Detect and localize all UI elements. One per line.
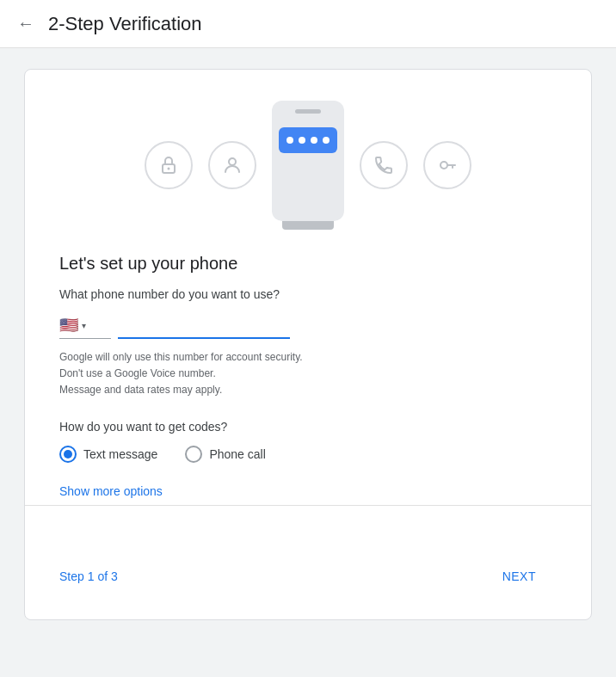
flag-emoji: 🇺🇸 [59,316,78,335]
hint-line-3: Message and data rates may apply. [59,382,557,398]
phone-question: What phone number do you want to use? [59,287,557,301]
back-icon: ← [17,14,34,34]
lock-icon [145,141,193,189]
back-button[interactable]: ← [17,14,34,34]
radio-text-message-label: Text message [83,447,157,461]
person-icon [208,141,256,189]
dot-4 [323,137,330,144]
codes-question: How do you want to get codes? [59,420,557,434]
step-separator: of [97,569,111,583]
phone-base [282,221,334,230]
step-current-number: 1 [88,569,95,583]
hint-text: Google will only use this number for acc… [59,349,557,399]
next-button[interactable]: NEXT [482,561,557,592]
radio-text-message-button[interactable] [59,446,77,463]
svg-point-3 [440,162,447,169]
card: Let's set up your phone What phone numbe… [24,69,592,620]
svg-point-2 [229,158,236,165]
svg-point-1 [168,168,170,170]
main-content: Let's set up your phone What phone numbe… [0,48,616,677]
icon-row [145,101,471,230]
dot-2 [299,137,305,144]
phone-screen-dots [279,127,337,153]
radio-phone-call-button[interactable] [185,446,202,463]
card-body: Let's set up your phone What phone numbe… [25,254,591,505]
radio-phone-call[interactable]: Phone call [185,446,265,463]
hint-line-2: Don't use a Google Voice number. [59,366,557,382]
section-title: Let's set up your phone [59,254,557,274]
top-bar: ← 2-Step Verification [0,0,616,48]
phone-body [272,101,344,221]
step-indicator: Step 1 of 3 [59,569,118,583]
dot-1 [286,137,293,144]
illustration [25,70,591,254]
chevron-down-icon: ▾ [82,321,86,330]
phone-number-input[interactable] [118,315,290,339]
phone-notch [295,109,321,114]
radio-text-message-inner [64,450,72,459]
radio-phone-call-label: Phone call [209,447,265,461]
dot-3 [311,137,317,144]
step-total: 3 [111,569,118,583]
show-more-options-link[interactable]: Show more options [59,484,163,498]
footer-divider [25,505,591,506]
country-selector[interactable]: 🇺🇸 ▾ [59,316,111,339]
page-title: 2-Step Verification [48,13,202,35]
step-label: Step [59,569,84,583]
radio-text-message[interactable]: Text message [59,446,157,463]
card-footer: Step 1 of 3 NEXT [25,540,591,592]
phone-input-row: 🇺🇸 ▾ [59,315,557,339]
hint-line-1: Google will only use this number for acc… [59,349,557,366]
radio-options: Text message Phone call [59,446,557,463]
call-icon [360,141,408,189]
phone-illustration [272,101,344,230]
key-icon [423,141,471,189]
